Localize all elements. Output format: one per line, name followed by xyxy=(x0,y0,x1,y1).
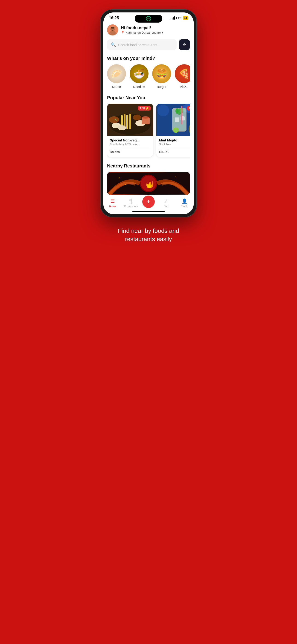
nearby-section-title: Nearby Restaurants xyxy=(107,162,190,172)
nav-restaurants-label: Restaurants xyxy=(124,205,138,208)
popular-card-1-rating: 3.00 ⭐ xyxy=(138,106,151,110)
popular-card-2-info: Mint Mojito S Kitchen Rs.150 xyxy=(156,136,190,157)
signal-bar-4 xyxy=(174,16,175,20)
restaurant-preview-svg: ✦ ✦ ✦ xyxy=(107,172,190,195)
category-noodles[interactable]: 🍜 Noodles xyxy=(130,64,148,89)
category-burger[interactable]: 🍔 Burger xyxy=(152,64,171,89)
category-momo[interactable]: 🥟 Momo xyxy=(107,64,126,89)
popular-card-2-price: Rs.150 xyxy=(159,150,190,154)
svg-rect-4 xyxy=(111,27,114,28)
svg-point-2 xyxy=(109,31,116,36)
signal-bar-1 xyxy=(170,18,171,20)
category-momo-label: Momo xyxy=(112,85,121,89)
caption-line1: Find near by foods and xyxy=(118,227,179,234)
category-pizza-image: 🍕 xyxy=(175,64,190,83)
popular-card-1-divider xyxy=(110,148,150,148)
popular-card-2-name: Mint Mojito xyxy=(159,138,190,142)
category-burger-label: Burger xyxy=(157,85,166,89)
header-text: Hi foodu.nepal! 📍 Kathmandu Durbar squar… xyxy=(121,26,190,34)
svg-text:✦: ✦ xyxy=(124,183,126,186)
filter-icon: ⚙ xyxy=(183,42,186,47)
category-momo-image: 🥟 xyxy=(107,64,126,83)
header: Hi foodu.nepal! 📍 Kathmandu Durbar squar… xyxy=(107,22,190,37)
popular-card-1-info: Special Non-veg... Foodhub by H2O cafe .… xyxy=(107,136,153,157)
svg-rect-25 xyxy=(175,118,179,122)
nav-profile[interactable]: 👤 Profile xyxy=(178,198,191,208)
category-pizza[interactable]: 🍕 Pizz... xyxy=(175,64,190,89)
nav-restaurants[interactable]: 🍴 Restaurants xyxy=(124,198,138,208)
lte-label: LTE xyxy=(176,16,182,20)
signal-bar-2 xyxy=(172,18,172,20)
bottom-nav: ☰ Home 🍴 Restaurants + ☆ Top 👤 Profile xyxy=(103,195,194,209)
svg-point-18 xyxy=(115,119,116,120)
location-text[interactable]: Kathmandu Durbar square xyxy=(126,31,161,34)
search-placeholder[interactable]: Search food or restaurant... xyxy=(118,43,160,47)
home-indicator xyxy=(132,211,164,212)
profile-icon: 👤 xyxy=(182,198,188,204)
app-caption: Find near by foods and restaurants easil… xyxy=(118,227,179,244)
nav-add-button[interactable]: + xyxy=(142,196,155,208)
popular-card-2-restaurant: S Kitchen xyxy=(159,143,190,146)
status-time: 16:25 xyxy=(109,16,119,20)
popular-section: Popular Near You xyxy=(107,92,190,160)
popular-card-2-divider xyxy=(159,148,190,148)
svg-point-29 xyxy=(176,108,179,114)
popular-card-1-price: Rs.650 xyxy=(110,150,150,154)
food-svg-2 xyxy=(156,104,190,136)
top-icon: ☆ xyxy=(164,198,168,204)
nav-profile-label: Profile xyxy=(181,205,188,208)
greeting: Hi foodu.nepal! xyxy=(121,26,190,30)
caption-line2: restaurants easily xyxy=(125,236,172,242)
signal-bar-3 xyxy=(173,17,174,20)
svg-point-12 xyxy=(118,125,126,130)
svg-text:✦: ✦ xyxy=(118,176,120,180)
nearby-section: Nearby Restaurants xyxy=(107,160,190,195)
search-bar[interactable]: 🔍 Search food or restaurant... xyxy=(107,40,176,50)
dynamic-island-icon xyxy=(146,16,151,21)
popular-card-1-name: Special Non-veg... xyxy=(110,138,150,142)
avatar-svg xyxy=(107,24,118,36)
phone-screen: 16:25 LTE 44 xyxy=(103,12,194,214)
svg-rect-9 xyxy=(126,115,128,129)
popular-cards-row: 3.00 ⭐ Special Non-veg... Foodhub by H2O… xyxy=(107,104,190,160)
nav-home[interactable]: ☰ Home xyxy=(106,198,120,208)
nav-top[interactable]: ☆ Top xyxy=(159,198,173,208)
phone-frame: 16:25 LTE 44 xyxy=(100,9,197,218)
category-burger-image: 🍔 xyxy=(152,64,171,83)
location: 📍 Kathmandu Durbar square ▾ xyxy=(121,31,190,34)
restaurant-preview[interactable]: ✦ ✦ ✦ xyxy=(107,172,190,195)
category-noodles-image: 🍜 xyxy=(130,64,148,83)
home-icon: ☰ xyxy=(110,198,115,204)
svg-point-15 xyxy=(142,116,150,118)
location-pin-icon: 📍 xyxy=(121,31,124,34)
battery-badge: 44 xyxy=(183,16,188,20)
popular-section-title: Popular Near You xyxy=(107,93,190,104)
svg-point-16 xyxy=(109,116,119,123)
svg-point-36 xyxy=(141,176,156,191)
page-wrapper: 16:25 LTE 44 xyxy=(91,9,206,244)
svg-rect-10 xyxy=(129,114,131,129)
add-icon: + xyxy=(147,198,150,205)
svg-rect-30 xyxy=(181,106,182,124)
svg-text:✦: ✦ xyxy=(175,176,177,178)
popular-card-1[interactable]: 3.00 ⭐ Special Non-veg... Foodhub by H2O… xyxy=(107,104,153,157)
chevron-down-icon: ▾ xyxy=(162,31,163,34)
popular-card-2[interactable]: 4.50 ⭐ Mint Mojito S Kitchen Rs.150 xyxy=(156,104,190,157)
avatar-face xyxy=(107,24,118,36)
status-right: LTE 44 xyxy=(170,16,188,20)
nav-top-label: Top xyxy=(164,205,168,208)
search-icon: 🔍 xyxy=(111,42,116,47)
svg-point-19 xyxy=(116,120,117,121)
whats-on-mind-section: What's on your mind? 🥟 Momo 🍜 xyxy=(107,54,190,92)
category-noodles-label: Noodles xyxy=(133,85,145,89)
signal-bars xyxy=(170,16,175,20)
avatar xyxy=(107,24,118,36)
svg-point-17 xyxy=(133,115,141,120)
nav-home-label: Home xyxy=(109,205,116,208)
status-bar: 16:25 LTE 44 xyxy=(103,12,194,22)
filter-button[interactable]: ⚙ xyxy=(179,39,190,50)
search-container: 🔍 Search food or restaurant... ⚙ xyxy=(107,37,190,54)
restaurants-icon: 🍴 xyxy=(128,198,134,204)
dynamic-island xyxy=(135,15,162,22)
popular-card-1-restaurant: Foodhub by H2O cafe ... xyxy=(110,143,150,146)
